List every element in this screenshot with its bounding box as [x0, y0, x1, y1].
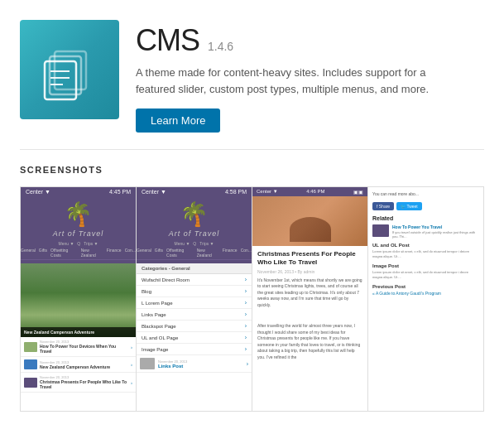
- plugin-version: 1.4.6: [208, 40, 233, 53]
- category-item[interactable]: Blackspot Page ›: [137, 321, 252, 332]
- list-thumb: [24, 359, 37, 369]
- list-item[interactable]: November 20, 2013 How To Power Your Devi…: [21, 337, 136, 357]
- palm-tree-logo-1: 🌴: [64, 196, 93, 229]
- category-item[interactable]: Image Page ›: [137, 344, 252, 355]
- sidebar-content: You can read more abo... f Share 🐦 Tweet…: [368, 187, 483, 411]
- phone-nav-2: Menu ▼ Q Trips ▼: [174, 241, 214, 246]
- center-label-2: Center ▼: [142, 189, 166, 195]
- category-name: Wufachil Direct Room: [142, 277, 190, 282]
- facebook-share-button[interactable]: f Share: [372, 202, 394, 210]
- time-1: 4:45 PM: [109, 189, 131, 195]
- phone-status-bar-1: Center ▼ 4:45 PM: [21, 187, 136, 196]
- sidebar-intro-text: You can read more abo...: [372, 190, 479, 197]
- list-thumb: [24, 378, 37, 388]
- blog-hero-image: [252, 196, 367, 246]
- chevron-right-icon: ›: [131, 380, 132, 385]
- list-content: November 20, 2013 Christmas Presents For…: [40, 375, 128, 389]
- related-item-content: How To Power You Travel If you travel ou…: [392, 224, 479, 239]
- screenshots-label: SCREENSHOTS: [20, 165, 484, 175]
- learn-more-button[interactable]: Learn More: [136, 108, 220, 133]
- phone-nav-1: Menu ▼ Q Trips ▼: [58, 241, 98, 246]
- plugin-icon: [20, 20, 119, 119]
- phone-mockup-2: Center ▼ 4:58 PM 🌴 Art of Travel Menu ▼ …: [137, 187, 252, 411]
- chevron-right-icon: ›: [245, 300, 247, 306]
- screenshots-grid: Center ▼ 4:45 PM 🌴 Art of Travel Menu ▼ …: [20, 186, 484, 412]
- category-name: L Lorem Page: [142, 301, 172, 306]
- related-item-thumb: [372, 224, 389, 237]
- signal-icons: ▣▣: [353, 189, 363, 195]
- category-name: Blackspot Page: [142, 324, 176, 329]
- category-item[interactable]: L Lorem Page ›: [137, 297, 252, 309]
- phone-tabs-2: General Gifts Offsetting Costs New Zeala…: [137, 248, 252, 260]
- list-content: November 20, 2013 New Zealand Campervan …: [40, 360, 128, 369]
- links-post-item[interactable]: November 20, 2013 Links Post ›: [137, 355, 252, 373]
- phone-list-1: November 20, 2013 How To Power Your Devi…: [21, 337, 136, 411]
- screenshot-1: Center ▼ 4:45 PM 🌴 Art of Travel Menu ▼ …: [21, 187, 137, 411]
- chevron-right-icon: ›: [245, 335, 247, 340]
- list-title: New Zealand Campervan Adventure: [40, 364, 128, 369]
- phone-hero-image-1: New Zealand Campervan Adventure: [21, 263, 136, 337]
- blog-post-title: Christmas Presents For People Who Like T…: [257, 250, 362, 268]
- list-content: November 20, 2013 How To Power Your Devi…: [40, 340, 128, 354]
- plugin-description: A theme made for content-heavy sites. In…: [136, 65, 467, 97]
- list-thumb: [24, 342, 37, 352]
- blog-post-body-1: It's November 1st, which means that shor…: [257, 277, 362, 309]
- image-post-heading: Image Post: [372, 263, 479, 268]
- sidebar-mockup: You can read more abo... f Share 🐦 Tweet…: [368, 187, 483, 411]
- list-title: Christmas Presents For People Who Like T…: [40, 379, 128, 389]
- category-item[interactable]: Links Page ›: [137, 309, 252, 321]
- previous-post-heading: Previous Post: [372, 284, 479, 289]
- brand-name-1: Art of Travel: [53, 229, 103, 238]
- previous-post-link[interactable]: « A Guide to Antony Gaudí's Program: [372, 291, 479, 296]
- category-name: Image Page: [142, 347, 168, 352]
- plugin-name: CMS: [136, 23, 199, 58]
- ul-ol-text: Lorem ipsum dolor sit amet, c elit, sed …: [372, 249, 479, 259]
- screenshots-section: SCREENSHOTS Center ▼ 4:45 PM 🌴 Art of Tr…: [0, 150, 504, 412]
- category-item[interactable]: Blog ›: [137, 286, 252, 297]
- related-item: How To Power You Travel If you travel ou…: [372, 224, 479, 239]
- plugin-title-row: CMS 1.4.6: [136, 23, 484, 58]
- brand-name-2: Art of Travel: [169, 229, 219, 238]
- twitter-tweet-button[interactable]: 🐦 Tweet: [396, 202, 422, 210]
- links-post-title: Links Post: [158, 364, 243, 369]
- chevron-right-icon: ›: [245, 323, 247, 329]
- list-item[interactable]: November 20, 2013 New Zealand Campervan …: [21, 357, 136, 373]
- blog-post-content: Christmas Presents For People Who Like T…: [252, 246, 367, 411]
- plugin-header: CMS 1.4.6 A theme made for content-heavy…: [0, 0, 504, 149]
- list-item[interactable]: November 20, 2013 Christmas Presents For…: [21, 373, 136, 393]
- chevron-right-icon: ›: [245, 288, 247, 294]
- blog-post-mockup: Center ▼ 4:46 PM ▣▣ Christmas Presents F…: [252, 187, 367, 411]
- chevron-right-icon: ›: [131, 362, 132, 367]
- chevron-right-icon: ›: [245, 346, 247, 352]
- chevron-right-icon: ›: [247, 361, 248, 367]
- links-post-thumb: [140, 358, 155, 369]
- category-name: UL and OL Page: [142, 335, 178, 340]
- category-item[interactable]: UL and OL Page ›: [137, 332, 252, 344]
- related-heading: Related: [372, 215, 479, 221]
- center-label-3: Center ▼: [257, 189, 278, 195]
- chevron-right-icon: ›: [131, 345, 132, 350]
- screenshot-3: Center ▼ 4:46 PM ▣▣ Christmas Presents F…: [252, 187, 368, 411]
- ul-ol-heading: UL and OL Post: [372, 243, 479, 248]
- chevron-right-icon: ›: [245, 311, 247, 317]
- image-post-text: Lorem ipsum dolor sit amet, c elit, sed …: [372, 270, 479, 280]
- related-item-desc: If you travel outside of just quickly re…: [392, 230, 479, 239]
- time-3: 4:46 PM: [306, 189, 324, 195]
- phone-status-bar-2: Center ▼ 4:58 PM: [137, 187, 252, 196]
- palm-tree-logo-2: 🌴: [180, 196, 209, 229]
- screenshot-2: Center ▼ 4:58 PM 🌴 Art of Travel Menu ▼ …: [137, 187, 252, 411]
- phone-mockup-1: Center ▼ 4:45 PM 🌴 Art of Travel Menu ▼ …: [21, 187, 136, 411]
- screenshot-4: You can read more abo... f Share 🐦 Tweet…: [368, 187, 483, 411]
- list-title: How To Power Your Devices When You Trave…: [40, 344, 128, 354]
- time-2: 4:58 PM: [225, 189, 247, 195]
- categories-list: Categories - General Wufachil Direct Roo…: [137, 263, 252, 411]
- blog-status-bar: Center ▼ 4:46 PM ▣▣: [252, 187, 367, 196]
- phone-tabs-1: General Gifts Offsetting Costs New Zeala…: [21, 248, 136, 260]
- chevron-right-icon: ›: [245, 277, 247, 282]
- blog-post-meta: November 26, 2013 • By admin: [257, 269, 362, 274]
- category-name: Links Page: [142, 312, 166, 317]
- links-post-content: November 20, 2013 Links Post: [158, 359, 243, 369]
- social-buttons: f Share 🐦 Tweet: [372, 202, 479, 210]
- category-item[interactable]: Wufachil Direct Room ›: [137, 274, 252, 286]
- center-label-1: Center ▼: [26, 189, 50, 195]
